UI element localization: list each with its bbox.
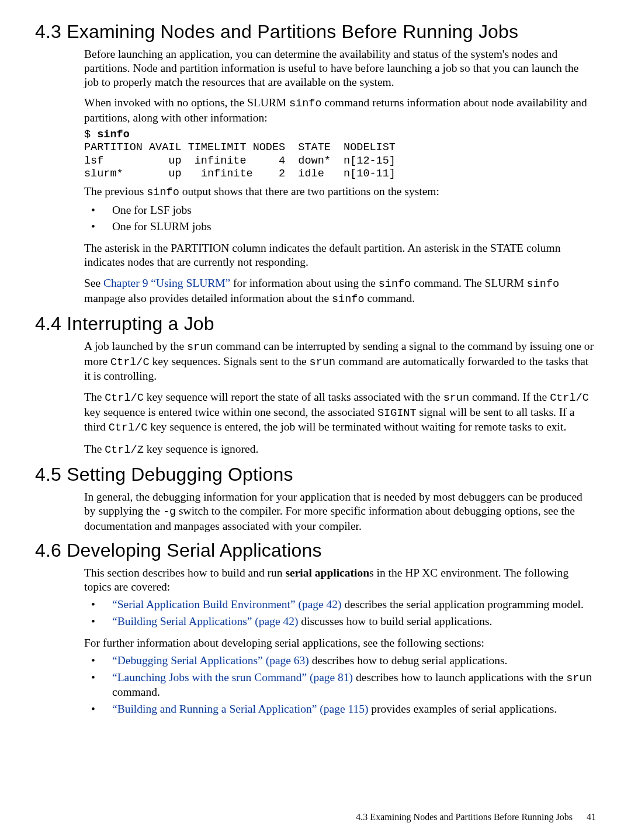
code-block-sinfo: $ sinfo PARTITION AVAIL TIMELIMIT NODES … (84, 129, 596, 181)
list-item: “Serial Application Build Environment” (… (84, 598, 596, 612)
inline-code: Ctrl/C (550, 392, 589, 404)
inline-code: srun (310, 356, 335, 369)
paragraph: This section describes how to build and … (84, 566, 596, 594)
page-footer: 4.3 Examining Nodes and Partitions Befor… (356, 812, 596, 822)
paragraph: Before launching an application, you can… (84, 47, 596, 89)
inline-code: sinfo (332, 293, 365, 306)
inline-code: sinfo (379, 278, 411, 290)
list-item: “Debugging Serial Applications” (page 63… (84, 654, 596, 668)
inline-code: Ctrl/C (110, 356, 150, 369)
inline-code: -g (163, 506, 176, 518)
paragraph: The previous sinfo output shows that the… (84, 185, 596, 200)
code-line: slurm* up infinite 2 idle n[10-11] (84, 168, 396, 180)
text: The (84, 391, 105, 403)
paragraph: The asterisk in the PARTITION column ind… (84, 241, 596, 269)
footer-title: 4.3 Examining Nodes and Partitions Befor… (356, 812, 573, 822)
text: output shows that there are two partitio… (179, 185, 439, 197)
text: discusses how to build serial applicatio… (298, 615, 492, 627)
link-building-running-serial[interactable]: “Building and Running a Serial Applicati… (112, 703, 368, 715)
link-chapter-9[interactable]: Chapter 9 “Using SLURM” (103, 277, 230, 289)
list-item: One for SLURM jobs (84, 220, 596, 234)
text: command. If the (469, 391, 550, 403)
text: A job launched by the (84, 340, 187, 352)
text: command. (112, 686, 160, 698)
text: command. (365, 292, 415, 304)
paragraph: When invoked with no options, the SLURM … (84, 96, 596, 124)
inline-code: Ctrl/C (105, 392, 144, 404)
section-4-6-title: 4.6 Developing Serial Applications (35, 540, 596, 561)
inline-code: srun (187, 341, 213, 353)
section-4-3-title: 4.3 Examining Nodes and Partitions Befor… (35, 21, 596, 43)
link-building-serial-apps[interactable]: “Building Serial Applications” (page 42) (112, 615, 298, 627)
list-item: “Launching Jobs with the srun Command” (… (84, 671, 596, 700)
inline-code: sinfo (289, 98, 322, 110)
section-4-5-body: In general, the debugging information fo… (84, 490, 596, 533)
text: for information about using the (230, 277, 378, 289)
text: command. The SLURM (411, 277, 526, 289)
text: key sequence is entered twice within one… (84, 406, 377, 418)
section-4-4-body: A job launched by the srun command can b… (84, 339, 596, 457)
bullet-list: “Debugging Serial Applications” (page 63… (84, 654, 596, 717)
paragraph: The Ctrl/Z key sequence is ignored. (84, 442, 596, 457)
list-item: “Building and Running a Serial Applicati… (84, 702, 596, 717)
prompt: $ (84, 129, 97, 141)
list-item: One for LSF jobs (84, 203, 596, 218)
bullet-list: One for LSF jobs One for SLURM jobs (84, 203, 596, 235)
link-serial-build-env[interactable]: “Serial Application Build Environment” (… (112, 598, 342, 610)
section-4-6-body: This section describes how to build and … (84, 566, 596, 717)
code-line: PARTITION AVAIL TIMELIMIT NODES STATE NO… (84, 141, 396, 154)
inline-code: srun (443, 392, 469, 404)
text: describes how to debug serial applicatio… (309, 654, 508, 667)
paragraph: The Ctrl/C key sequence will report the … (84, 390, 596, 435)
link-launching-jobs-srun[interactable]: “Launching Jobs with the srun Command” (… (112, 671, 353, 683)
paragraph: For further information about developing… (84, 636, 596, 650)
inline-code: srun (566, 672, 592, 685)
command: sinfo (97, 129, 130, 141)
link-debugging-serial-apps[interactable]: “Debugging Serial Applications” (page 63… (112, 654, 309, 667)
paragraph: See Chapter 9 “Using SLURM” for informat… (84, 276, 596, 306)
text: This section describes how to build and … (84, 567, 285, 579)
text: key sequence is ignored. (144, 443, 259, 455)
text: key sequences. Signals sent to the (150, 355, 310, 367)
inline-code: Ctrl/C (109, 422, 148, 434)
list-item: “Building Serial Applications” (page 42)… (84, 615, 596, 629)
inline-code: SIGINT (377, 407, 417, 419)
text: describes how to launch applications wit… (353, 671, 566, 683)
section-4-3-body: Before launching an application, you can… (84, 47, 596, 306)
section-4-5-title: 4.5 Setting Debugging Options (35, 464, 596, 485)
paragraph: A job launched by the srun command can b… (84, 339, 596, 383)
text: manpage also provides detailed informati… (84, 292, 332, 304)
bold-term-serial-application: serial application (285, 567, 369, 579)
text: key sequence will report the state of al… (144, 391, 443, 403)
bullet-list: “Serial Application Build Environment” (… (84, 598, 596, 629)
text: provides examples of serial applications… (368, 703, 557, 715)
text: The (84, 443, 105, 455)
inline-code: Ctrl/Z (105, 444, 144, 456)
text: See (84, 277, 103, 289)
code-line: lsf up infinite 4 down* n[12-15] (84, 155, 396, 167)
page: 4.3 Examining Nodes and Partitions Befor… (0, 0, 631, 840)
page-number: 41 (587, 812, 596, 822)
section-4-4-title: 4.4 Interrupting a Job (35, 313, 596, 335)
text: key sequence is entered, the job will be… (147, 421, 566, 433)
text: describes the serial application program… (342, 598, 584, 610)
inline-code: sinfo (527, 278, 560, 290)
paragraph: In general, the debugging information fo… (84, 490, 596, 533)
inline-code: sinfo (147, 186, 179, 199)
text: When invoked with no options, the SLURM (84, 96, 289, 109)
text: The previous (84, 185, 147, 197)
